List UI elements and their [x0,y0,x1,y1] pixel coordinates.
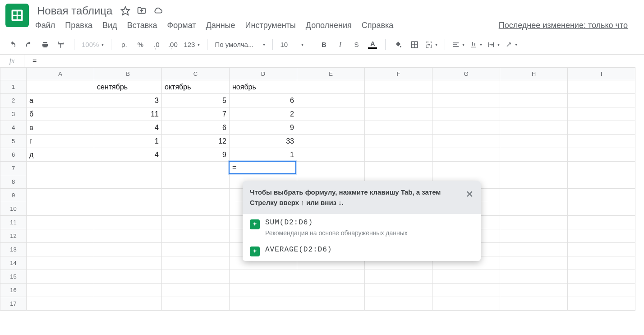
cell[interactable] [94,189,162,202]
column-header[interactable]: C [162,68,230,80]
cell[interactable]: 9 [162,148,230,162]
fill-color-button[interactable] [391,38,405,51]
row-header[interactable]: 5 [0,135,27,148]
cell[interactable] [568,135,635,148]
cell[interactable]: 33 [230,135,297,148]
menu-format[interactable]: Формат [167,21,196,30]
cell[interactable]: в [27,121,94,135]
cell[interactable] [297,80,365,94]
cell[interactable] [162,216,230,229]
cell[interactable] [500,135,568,148]
row-header[interactable]: 15 [0,270,27,284]
cell[interactable] [94,256,162,270]
cell[interactable] [365,270,432,284]
cell[interactable] [365,94,432,107]
menu-file[interactable]: Файл [35,21,55,30]
cell[interactable] [432,162,500,175]
cell[interactable]: 11 [94,107,162,121]
cell[interactable]: 9 [230,121,297,135]
cell[interactable] [568,162,635,175]
cell[interactable] [568,229,635,243]
cell[interactable] [27,175,94,189]
currency-button[interactable]: р. [117,38,131,51]
menu-insert[interactable]: Вставка [127,21,157,30]
cell[interactable] [297,148,365,162]
cell[interactable] [432,94,500,107]
cell[interactable] [230,270,297,284]
cell[interactable] [27,202,94,216]
cell[interactable]: 1 [230,148,297,162]
text-color-button[interactable]: A [365,38,380,51]
column-header[interactable]: G [432,68,500,80]
cell[interactable] [500,202,568,216]
font-family-dropdown[interactable]: По умолча... [213,38,267,51]
cell[interactable] [162,189,230,202]
column-header[interactable]: E [297,68,365,80]
row-header[interactable]: 12 [0,229,27,243]
strikethrough-button[interactable]: S [349,38,363,51]
cell[interactable] [94,202,162,216]
cell[interactable] [568,121,635,135]
cell[interactable]: г [27,135,94,148]
cell[interactable]: 4 [94,148,162,162]
cell[interactable] [432,80,500,94]
cell[interactable] [365,135,432,148]
row-header[interactable]: 14 [0,256,27,270]
cell[interactable]: 3 [94,94,162,107]
row-header[interactable]: 3 [0,107,27,121]
document-title[interactable]: Новая таблица [35,4,114,18]
cell[interactable] [568,270,635,284]
cell[interactable]: 4 [94,121,162,135]
cell[interactable] [94,229,162,243]
cell[interactable] [568,107,635,121]
increase-decimal-button[interactable]: .00→ [166,38,180,51]
cell[interactable] [162,229,230,243]
cell[interactable] [297,94,365,107]
cell[interactable] [432,107,500,121]
cell[interactable]: 1 [94,135,162,148]
suggestion-item[interactable]: AVERAGE(D2:D6) [243,241,481,261]
cell[interactable] [432,121,500,135]
active-cell-input[interactable]: = [230,162,296,174]
print-button[interactable] [38,38,52,51]
cell[interactable] [162,202,230,216]
row-header[interactable]: 1 [0,80,27,94]
cell[interactable] [297,162,365,175]
cell[interactable] [94,216,162,229]
cell[interactable] [162,270,230,284]
cell[interactable] [27,189,94,202]
last-edit-link[interactable]: Последнее изменение: только что [499,21,628,30]
cell[interactable] [27,216,94,229]
cell[interactable]: д [27,148,94,162]
cell[interactable] [297,135,365,148]
cell[interactable] [162,243,230,256]
horizontal-align-dropdown[interactable] [451,38,466,51]
cell[interactable] [500,256,568,270]
undo-button[interactable] [5,38,20,51]
select-all-corner[interactable] [0,68,27,80]
zoom-dropdown[interactable]: 100% [80,38,106,51]
star-icon[interactable] [120,6,130,16]
cell[interactable] [500,94,568,107]
cell[interactable] [27,162,94,175]
row-header[interactable]: 8 [0,175,27,189]
cell[interactable] [500,80,568,94]
cell[interactable] [27,229,94,243]
cell[interactable] [568,284,635,297]
font-size-dropdown[interactable]: 10 [278,38,305,51]
cell[interactable]: 2 [230,107,297,121]
formula-input[interactable]: = [24,57,37,65]
sheets-logo[interactable] [5,4,29,27]
cell[interactable]: 5 [162,94,230,107]
close-icon[interactable]: ✕ [463,187,476,201]
cell[interactable] [432,297,500,311]
cell[interactable] [568,216,635,229]
column-header[interactable]: F [365,68,432,80]
cell[interactable]: 12 [162,135,230,148]
cell[interactable] [365,284,432,297]
text-rotation-dropdown[interactable] [503,38,519,51]
cell[interactable] [27,256,94,270]
cell[interactable]: 6 [230,94,297,107]
cell[interactable] [365,80,432,94]
menu-tools[interactable]: Инструменты [245,21,296,30]
